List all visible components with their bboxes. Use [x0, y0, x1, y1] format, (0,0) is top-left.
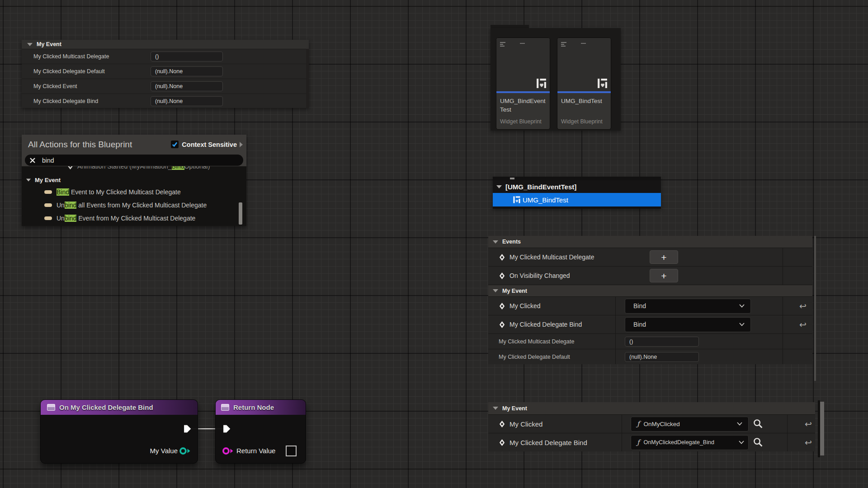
property-value-field[interactable]: ()	[625, 337, 699, 347]
hierarchy-panel-bottom	[493, 206, 661, 209]
column-divider	[787, 433, 788, 451]
context-sensitive-label: Context Sensitive	[182, 141, 237, 148]
node-header[interactable]: Return Node	[216, 400, 306, 415]
event-node-icon	[47, 404, 55, 411]
widget-blueprint-icon	[597, 78, 608, 89]
node-return-node[interactable]: Return Node Return Value	[215, 399, 306, 464]
delegate-pill-icon	[44, 190, 52, 194]
property-row: My Clicked Delegate Default (null).None	[22, 64, 309, 79]
blueprint-graph-canvas[interactable]: My Event My Clicked Multicast Delegate (…	[0, 0, 868, 488]
browse-to-function-icon[interactable]	[753, 418, 764, 429]
property-value-field[interactable]: (null).None	[151, 66, 223, 76]
my-value-pin[interactable]	[179, 447, 191, 455]
property-value: (null).None	[155, 68, 183, 75]
event-diamond-icon	[67, 166, 74, 170]
property-value-field[interactable]: (null).None	[151, 81, 223, 91]
reset-to-default-icon[interactable]: ↩	[799, 319, 807, 329]
asset-name: UMG_BindTest	[561, 97, 607, 105]
chevron-down-icon	[738, 440, 745, 445]
column-divider	[783, 349, 783, 364]
column-divider	[783, 267, 783, 285]
dropdown-value: Bind	[633, 321, 646, 328]
function-panel-scrollbar-thumb[interactable]	[820, 402, 824, 455]
value-row-my-clicked-multicast-delegate: My Clicked Multicast Delegate ()	[488, 333, 812, 349]
action-item-bind-event[interactable]: Bind Event to My Clicked Multicast Deleg…	[22, 185, 246, 198]
column-divider	[783, 315, 783, 333]
event-row-my-clicked-multicast-delegate: My Clicked Multicast Delegate +	[488, 248, 812, 266]
action-item-unbind-all[interactable]: Unbind all Events from My Clicked Multic…	[22, 198, 246, 211]
actions-popup-title: All Actions for this Blueprint	[28, 140, 171, 150]
action-item-unbind-event[interactable]: Unbind Event from My Clicked Multicast D…	[22, 211, 246, 225]
reset-to-default-icon[interactable]: ↩	[799, 301, 807, 311]
my-event-section-header[interactable]: My Event	[488, 285, 812, 296]
bind-dropdown[interactable]: Bind	[625, 317, 751, 332]
event-diamond-icon	[499, 272, 505, 280]
section-title: Events	[502, 239, 521, 245]
function-icon: ƒ	[637, 438, 640, 446]
exec-input-pin[interactable]	[222, 424, 231, 434]
value-row-my-clicked-delegate-default: My Clicked Delegate Default (null).None	[488, 349, 812, 364]
property-value-field[interactable]: (null).None	[151, 96, 223, 106]
events-section-header[interactable]: Events	[488, 236, 812, 248]
property-value-field[interactable]: (null).None	[625, 352, 699, 362]
hierarchy-root-row[interactable]: [UMG_BindEventTest]	[493, 180, 661, 193]
search-input[interactable]: bind	[25, 155, 243, 166]
bind-dropdown[interactable]: Bind	[625, 299, 751, 314]
details-scrollbar[interactable]	[306, 49, 309, 108]
column-divider	[615, 349, 616, 364]
reset-to-default-icon[interactable]: ↩	[805, 419, 812, 429]
actions-category-my-event[interactable]: My Event	[22, 174, 246, 185]
details-section-header[interactable]: My Event	[22, 40, 309, 49]
context-sensitive-checkbox[interactable]	[171, 141, 179, 148]
reset-to-default-icon[interactable]: ↩	[805, 437, 812, 447]
event-diamond-icon	[499, 321, 505, 328]
event-diamond-icon	[499, 253, 505, 261]
column-divider	[787, 415, 788, 433]
actions-scrollbar[interactable]	[239, 202, 242, 225]
property-label: My Clicked Event	[22, 83, 151, 89]
collapse-triangle-icon	[27, 43, 33, 46]
function-icon: ƒ	[637, 420, 640, 428]
section-title: My Event	[502, 288, 527, 294]
bound-function-dropdown[interactable]: ƒ OnMyClickedDelegate_Bind	[631, 435, 749, 450]
clear-search-icon[interactable]	[29, 157, 36, 164]
event-label: My Clicked Delegate Bind	[509, 439, 587, 446]
event-label: My Clicked	[509, 302, 540, 310]
actions-search-strip: bind	[22, 154, 246, 166]
property-row: My Clicked Event (null).None	[22, 79, 309, 94]
property-row: My Clicked Delegate Bind (null).None	[22, 94, 309, 108]
my-event-section-header[interactable]: My Event	[488, 402, 815, 414]
function-bind-panel: My Event My Clicked ƒ OnMyClicked ↩ My C…	[488, 402, 815, 451]
node-on-my-clicked-delegate-bind[interactable]: On My Clicked Delegate Bind My Value	[40, 399, 198, 464]
add-event-button[interactable]: +	[650, 269, 678, 282]
add-event-button[interactable]: +	[650, 250, 678, 264]
column-divider	[622, 433, 622, 451]
actions-list: Animation Started (MyAnimation_BindOptio…	[22, 166, 246, 226]
hierarchy-selected-row[interactable]: UMG_BindTest	[493, 193, 661, 206]
property-value-field[interactable]: ()	[151, 52, 223, 61]
asset-tile-umg-bindeventtest[interactable]: UMG_BindEventTest Widget Blueprint	[496, 38, 550, 130]
asset-name: UMG_BindEventTest	[500, 97, 546, 114]
events-panel-scrollbar[interactable]	[814, 236, 816, 381]
asset-type: Widget Blueprint	[561, 118, 607, 127]
action-item-clipped[interactable]: Animation Started (MyAnimation_BindOptio…	[22, 166, 246, 174]
return-node-icon	[221, 404, 229, 411]
return-value-checkbox[interactable]	[286, 446, 297, 456]
column-divider	[615, 297, 616, 315]
delegate-pill-icon	[44, 203, 52, 207]
asset-tile-umg-bindtest[interactable]: UMG_BindTest Widget Blueprint	[557, 38, 611, 130]
dropdown-value: OnMyClickedDelegate_Bind	[644, 439, 714, 446]
return-value-pin[interactable]	[222, 447, 234, 455]
expander-arrow-icon[interactable]	[240, 142, 243, 147]
search-value: bind	[42, 157, 54, 164]
widget-hierarchy-panel: [UMG_BindEventTest] UMG_BindTest	[493, 177, 661, 209]
column-divider	[783, 334, 783, 349]
browse-to-function-icon[interactable]	[753, 437, 764, 448]
property-value: (null).None	[155, 98, 183, 104]
node-header[interactable]: On My Clicked Delegate Bind	[41, 400, 198, 415]
category-title: My Event	[35, 177, 61, 183]
bound-function-dropdown[interactable]: ƒ OnMyClicked	[631, 417, 749, 432]
input-pin-label: Return Value	[236, 447, 275, 455]
property-value: (null).None	[629, 354, 657, 360]
exec-output-pin[interactable]	[182, 424, 192, 434]
